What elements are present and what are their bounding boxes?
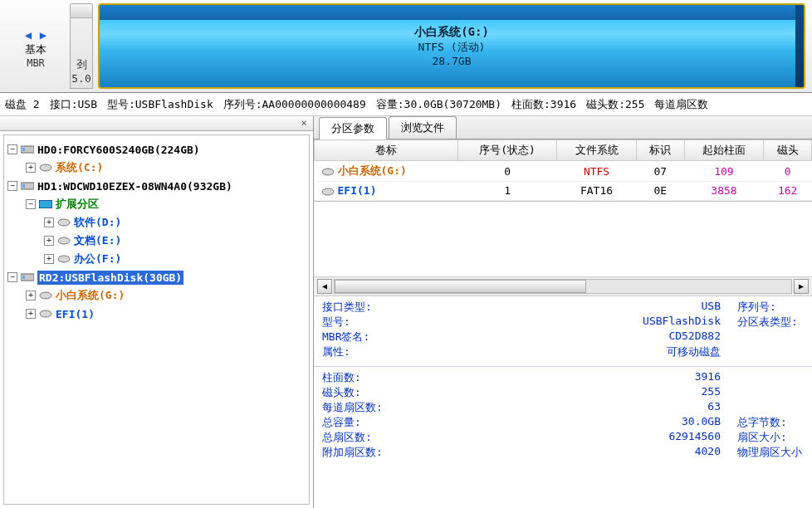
tree-hd1-p1-label: 文档(E:) xyxy=(74,233,121,248)
tree-hd1-p2[interactable]: + 办公(F:) xyxy=(7,250,306,268)
scroll-track[interactable] xyxy=(334,279,792,294)
tree-hd1[interactable]: − HD1:WDCWD10EZEX-08WN4A0(932GB) xyxy=(7,177,306,195)
collapse-icon[interactable]: − xyxy=(7,181,17,191)
tree-rd2-p0[interactable]: + 小白系统(G:) xyxy=(7,286,306,305)
volume-icon xyxy=(39,162,52,173)
disk-icon xyxy=(21,271,34,283)
volume-icon xyxy=(57,253,71,265)
svg-point-7 xyxy=(58,237,70,244)
tree-rd2-p0-label: 小白系统(G:) xyxy=(56,288,125,303)
next-disk-arrow[interactable]: ▶ xyxy=(37,28,50,42)
expand-icon[interactable]: + xyxy=(44,236,54,246)
scroll-thumb[interactable] xyxy=(335,280,586,293)
table-row[interactable]: 小白系统(G:) 0 NTFS 07 109 0 xyxy=(315,161,812,182)
svg-point-11 xyxy=(40,292,51,299)
detail-tabs: 分区参数 浏览文件 xyxy=(314,116,812,139)
scroll-left-icon[interactable]: ◀ xyxy=(317,279,332,294)
tree-rd2-label: RD2:USBFlashDisk(30GB) xyxy=(37,271,183,285)
tree-hd1-p0[interactable]: + 软件(D:) xyxy=(7,213,306,232)
tree-hd1-label: HD1:WDCWD10EZEX-08WN4A0(932GB) xyxy=(37,180,232,193)
tree-hd1-ext-label: 扩展分区 xyxy=(56,197,99,212)
svg-point-13 xyxy=(322,169,334,175)
expand-icon[interactable]: + xyxy=(26,163,36,173)
volume-icon xyxy=(321,166,335,178)
horizontal-scrollbar[interactable]: ◀ ▶ xyxy=(314,276,812,296)
tree-hd0-p0-label: 系统(C:) xyxy=(56,160,103,175)
svg-rect-1 xyxy=(22,148,25,151)
tree-pane: × − HD0:FORCY600S240GB(224GB) + 系统(C:) −… xyxy=(0,116,314,508)
tree-rd2-p1[interactable]: + EFI(1) xyxy=(7,305,306,323)
disk-icon xyxy=(21,180,34,192)
scroll-right-icon[interactable]: ▶ xyxy=(794,279,809,294)
partition-fs: NTFS (活动) xyxy=(418,40,486,55)
tree-rd2-p1-label: EFI(1) xyxy=(56,308,95,320)
tree-hd0-p0[interactable]: + 系统(C:) xyxy=(7,159,306,177)
svg-point-2 xyxy=(40,164,51,171)
tree-hd1-p1[interactable]: + 文档(E:) xyxy=(7,232,306,250)
expand-icon[interactable]: + xyxy=(26,309,36,319)
svg-point-12 xyxy=(40,310,51,317)
close-icon[interactable]: × xyxy=(298,118,310,129)
stub-line1: 刭 xyxy=(76,57,87,72)
tree-pane-header: × xyxy=(0,116,313,131)
svg-rect-5 xyxy=(39,200,52,208)
tree-hd1-p0-label: 软件(D:) xyxy=(74,215,121,230)
expand-icon[interactable]: + xyxy=(26,291,36,300)
disk-map-left: ◀ ▶ 基本 MBR xyxy=(7,3,65,89)
expand-icon[interactable]: + xyxy=(44,217,54,227)
svg-rect-4 xyxy=(22,184,25,188)
volume-icon xyxy=(39,308,52,320)
volume-icon xyxy=(321,186,335,198)
collapse-icon[interactable]: − xyxy=(7,144,17,154)
svg-point-8 xyxy=(58,256,70,262)
partition-name: 小白系统(G:) xyxy=(414,25,489,40)
disk-info-block-2: 柱面数:3916 磁头数:255 每道扇区数:63 总容量:30.0GB总字节数… xyxy=(314,367,812,466)
partition-table: 卷标 序号(状态) 文件系统 标识 起始柱面 磁头 小白系统(G:) 0 NTF… xyxy=(314,139,812,202)
tab-browse-files[interactable]: 浏览文件 xyxy=(389,116,457,139)
table-row[interactable]: EFI(1) 1 FAT16 0E 3858 162 xyxy=(315,182,812,201)
collapse-icon[interactable]: − xyxy=(26,199,36,209)
disk-map-strip: ◀ ▶ 基本 MBR 刭 5.0 小白系统(G:) NTFS (活动) 28.7… xyxy=(0,0,812,93)
expand-icon[interactable]: + xyxy=(44,254,54,264)
partition-stub[interactable]: 刭 5.0 xyxy=(70,3,93,89)
disk-basic-label: 基本 xyxy=(25,43,46,56)
tree-hd1-p2-label: 办公(F:) xyxy=(74,252,121,266)
svg-point-6 xyxy=(58,219,70,226)
disk-number: 磁盘 2 xyxy=(5,97,40,112)
tree-hd0[interactable]: − HD0:FORCY600S240GB(224GB) xyxy=(7,140,306,159)
stub-line2: 5.0 xyxy=(71,72,90,85)
prev-disk-arrow[interactable]: ◀ xyxy=(22,28,35,42)
tree-hd0-label: HD0:FORCY600S240GB(224GB) xyxy=(37,144,200,156)
collapse-icon[interactable]: − xyxy=(7,272,17,282)
partition-size: 28.7GB xyxy=(433,55,472,67)
volume-icon xyxy=(57,217,71,228)
col-startcyl[interactable]: 起始柱面 xyxy=(684,140,764,161)
disk-info-line: 磁盘 2 接口:USB 型号:USBFlashDisk 序列号:AA000000… xyxy=(0,93,812,116)
detail-pane: 分区参数 浏览文件 卷标 序号(状态) 文件系统 标识 起始柱面 磁头 小白系统… xyxy=(314,116,812,508)
col-volume[interactable]: 卷标 xyxy=(315,140,458,161)
volume-icon xyxy=(39,290,52,301)
col-flag[interactable]: 标识 xyxy=(636,140,684,161)
tab-partition-params[interactable]: 分区参数 xyxy=(319,117,387,139)
disk-icon xyxy=(21,144,34,155)
disk-info-block-1: 接口类型:USB序列号: 型号:USBFlashDisk分区表类型: MBR签名… xyxy=(314,296,812,367)
svg-point-14 xyxy=(322,188,334,195)
svg-rect-10 xyxy=(22,276,25,279)
tree-hd1-ext[interactable]: − 扩展分区 xyxy=(7,195,306,213)
col-fs[interactable]: 文件系统 xyxy=(557,140,637,161)
volume-icon xyxy=(57,235,71,247)
tree-rd2[interactable]: − RD2:USBFlashDisk(30GB) xyxy=(7,268,306,286)
col-seq[interactable]: 序号(状态) xyxy=(458,140,557,161)
disk-scheme-label: MBR xyxy=(27,57,45,69)
disk-tree[interactable]: − HD0:FORCY600S240GB(224GB) + 系统(C:) − H… xyxy=(3,134,310,505)
col-head[interactable]: 磁头 xyxy=(764,140,812,161)
partition-box-main[interactable]: 小白系统(G:) NTFS (活动) 28.7GB xyxy=(98,3,805,89)
extended-partition-icon xyxy=(39,198,52,210)
